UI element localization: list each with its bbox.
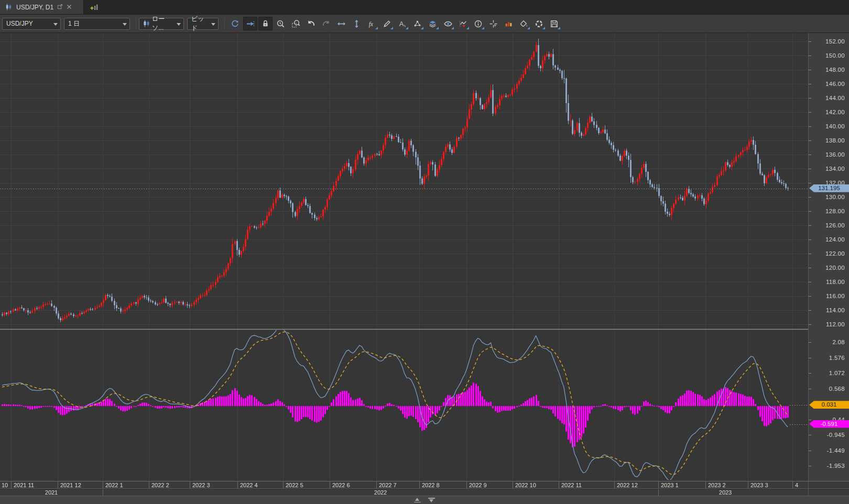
info-icon [474,19,483,28]
month-divider [559,481,559,488]
scale-vertical-button[interactable] [350,17,364,30]
collapse-panel-down-button[interactable] [428,498,435,502]
month-label: 2023 3 [750,482,768,488]
axis-tick-mark [809,112,811,113]
current-price-badge: 131.195 [809,184,849,192]
indicator-tick-label: -1.449 [827,447,845,454]
axis-tick-mark [809,420,811,420]
auto-scroll-button[interactable] [243,17,257,30]
price-tick-label: 140.00 [825,123,845,129]
month-divider [466,481,467,488]
zoom-in-button[interactable] [274,17,288,30]
scale-horizontal-button[interactable] [334,17,349,30]
annotate-text-button[interactable]: A [395,17,409,30]
price-tick-label: 116.00 [826,293,845,299]
save-icon [550,19,559,28]
chart-tab-bar: USD/JPY, D1 [0,0,849,15]
month-label: 2021 12 [60,482,81,488]
month-label: 2021 11 [14,482,34,488]
object-layers-button[interactable] [426,17,440,30]
trading-platform-window: USD/JPY, D1 USD/JPY 1 日 [0,0,849,504]
chevron-down-icon [177,23,181,26]
patterns-button[interactable] [410,17,424,30]
zoom-in-icon [276,19,285,28]
toolbar-separator [136,18,136,29]
time-axis-years[interactable]: 202120222023 [0,489,849,496]
symbol-select[interactable]: USD/JPY [2,18,61,30]
volume-button[interactable] [502,17,516,30]
month-label: 2022 8 [422,482,440,488]
month-divider [376,481,377,488]
price-tick-label: 148.00 [825,67,845,73]
candlestick-chart-icon [4,3,13,12]
zoom-region-button[interactable] [289,17,303,30]
price-axis[interactable]: 131.195 0.031 -0.591 152.00150.00148.001… [808,33,849,481]
price-tick-label: 144.00 [825,95,845,101]
price-mode-select[interactable]: ビッド [187,18,219,30]
axis-corner-divider [808,481,809,496]
axis-tick-mark [809,211,811,212]
axis-tick-mark [809,358,811,358]
chart-options-button[interactable] [532,17,546,30]
indicator-tick-label: 1.072 [829,370,845,376]
price-tick-label: 138.00 [825,137,845,144]
volume-icon [504,19,513,28]
axis-tick-mark [809,197,811,198]
draw-button[interactable] [380,17,394,30]
price-tick-label: 130.00 [825,194,845,200]
month-label: 2022 12 [617,482,638,488]
axis-tick-mark [809,310,811,311]
crosshair-button[interactable] [486,17,500,30]
chart-colors-icon [519,19,528,28]
time-axis-months[interactable]: 102021 112021 122022 12022 22022 32022 4… [0,481,849,489]
chart-colors-button[interactable] [517,17,531,30]
year-label: 2021 [45,489,58,496]
undo-button[interactable] [304,17,318,30]
month-label: 2022 4 [240,482,258,488]
signals-icon [459,19,468,28]
period-select[interactable]: 1 日 [64,18,130,30]
popout-chart-icon[interactable] [57,4,63,10]
axis-tick-mark [809,155,811,155]
axis-tick-mark [809,254,811,254]
lock-scrolling-button[interactable] [258,17,273,30]
indicators-icon: fx [367,19,377,28]
axis-tick-mark [809,183,811,183]
save-button[interactable] [547,17,561,30]
signals-button[interactable] [456,17,470,30]
collapse-panel-up-button[interactable] [414,498,421,502]
axis-tick-mark [809,169,811,169]
chart-type-select[interactable]: ローソ... [139,18,184,30]
zoom-region-icon [291,19,300,28]
period-select-value: 1 日 [68,19,80,28]
month-label: 4 [795,482,798,488]
month-label: 2022 2 [151,482,169,488]
price-and-macd-chart-canvas[interactable] [0,33,808,481]
price-tick-label: 124.00 [825,236,845,243]
redo-icon [322,19,331,28]
axis-tick-mark [809,70,811,70]
close-tab-icon[interactable] [67,4,72,10]
month-divider [513,481,513,488]
chart-tab-title: USD/JPY, D1 [16,4,53,11]
axis-tick-mark [809,296,811,297]
indicator-tick-label: -1.953 [827,463,845,469]
info-button[interactable] [471,17,485,30]
draw-icon [383,19,391,28]
undo-icon [307,19,315,28]
indicators-button[interactable]: fx [365,17,379,30]
month-label: 2022 7 [379,482,397,488]
axis-tick-mark [809,126,811,127]
indicator-tick-label: 0.568 [829,386,845,392]
axis-tick-mark [809,56,811,56]
month-label: 2022 3 [192,482,210,488]
axis-tick-mark [809,140,811,141]
candlestick-type-icon [143,20,149,27]
refresh-button[interactable] [228,17,242,30]
axis-tick-mark [809,239,811,240]
chart-tab-usdjpy-d1[interactable]: USD/JPY, D1 [0,0,84,14]
axis-tick-mark [809,225,811,226]
new-chart-button[interactable] [84,0,105,14]
visibility-button[interactable] [441,17,455,30]
axis-tick-mark [809,342,811,343]
